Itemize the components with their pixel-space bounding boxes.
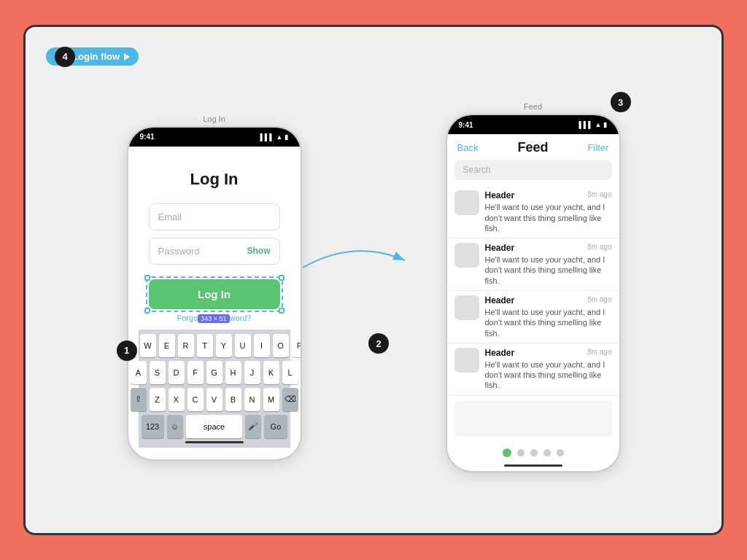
login-phone: 9:41 ▌▌▌ ▲ ▮ Log In Email Password Sho (127, 126, 302, 461)
feed-status-icons: ▌▌▌ ▲ ▮ (578, 121, 607, 128)
key-h[interactable]: H (225, 361, 241, 384)
feed-pagination-dots (447, 441, 619, 462)
feed-filter-button[interactable]: Filter (588, 142, 609, 153)
feed-dot-2[interactable] (517, 449, 525, 456)
key-k[interactable]: K (263, 361, 279, 384)
feed-item-name-4: Header (485, 348, 515, 358)
email-field[interactable]: Email (149, 203, 280, 230)
feed-item-text-2: He'll want to use your yacht, and I don'… (485, 254, 612, 286)
key-n[interactable]: N (244, 388, 260, 411)
feed-phone: 9:41 ▌▌▌ ▲ ▮ Back Feed Filter Search (446, 114, 621, 472)
forgot-prefix: Forgo (177, 314, 198, 322)
feed-phone-content: Back Feed Filter Search Header 8m ago He… (447, 134, 619, 467)
feed-item-header-4: Header 8m ago (485, 348, 612, 358)
connection-arrow (288, 231, 419, 289)
key-b[interactable]: B (225, 388, 241, 411)
handle-br[interactable] (279, 308, 285, 314)
key-l[interactable]: L (282, 361, 298, 384)
key-v[interactable]: V (206, 388, 222, 411)
key-e[interactable]: E (159, 334, 175, 357)
forgot-password-text[interactable]: Forgo343 × 51word? (149, 314, 280, 322)
key-x[interactable]: X (169, 388, 185, 411)
login-button[interactable]: Log In (149, 279, 280, 309)
badge-4: 4 (55, 47, 75, 67)
feed-item-text-3: He'll want to use your yacht, and I don'… (485, 307, 612, 338)
password-placeholder: Password (158, 246, 200, 257)
login-phone-container: Log In 9:41 ▌▌▌ ▲ ▮ Log In Email (127, 114, 302, 461)
key-o[interactable]: O (273, 334, 289, 357)
feed-item-4: Header 8m ago He'll want to use your yac… (447, 343, 619, 396)
feed-battery-icon: ▮ (603, 121, 607, 128)
key-t[interactable]: T (197, 334, 213, 357)
feed-dot-1[interactable] (503, 448, 511, 457)
feed-item-content-2: Header 8m ago He'll want to use your yac… (485, 243, 612, 286)
feed-status-time: 9:41 (459, 121, 473, 129)
feed-dot-3[interactable] (530, 449, 538, 456)
key-d[interactable]: D (169, 361, 185, 384)
login-flow-badge[interactable]: 4 Login flow (46, 47, 139, 66)
key-w[interactable]: W (140, 334, 156, 357)
feed-item-header-1: Header 8m ago (485, 190, 612, 201)
feed-item-time-4: 8m ago (587, 348, 611, 358)
key-shift[interactable]: ⇧ (131, 388, 147, 411)
feed-avatar-3 (454, 295, 479, 320)
feed-item-name-3: Header (485, 295, 515, 306)
feed-item-content-3: Header 8m ago He'll want to use your yac… (485, 295, 612, 338)
feed-empty-box (454, 400, 612, 437)
key-u[interactable]: U (235, 334, 251, 357)
password-field[interactable]: Password Show (149, 238, 280, 265)
feed-dot-4[interactable] (543, 449, 551, 456)
feed-item-1: Header 8m ago He'll want to use your yac… (447, 186, 619, 238)
feed-item-2: Header 8m ago He'll want to use your yac… (447, 238, 619, 291)
feed-item-3: Header 8m ago He'll want to use your yac… (447, 291, 619, 343)
handle-tl[interactable] (144, 275, 150, 281)
login-phone-content: Log In Email Password Show (128, 147, 301, 459)
keyboard-row-2: A S D F G H J K L (142, 361, 287, 384)
key-r[interactable]: R (178, 334, 194, 357)
feed-signal-icon: ▌▌▌ (578, 121, 592, 128)
login-notch (178, 132, 236, 142)
key-g[interactable]: G (206, 361, 222, 384)
key-f[interactable]: F (187, 361, 204, 384)
key-y[interactable]: Y (216, 334, 232, 357)
email-placeholder: Email (158, 211, 182, 222)
feed-back-button[interactable]: Back (457, 142, 479, 153)
feed-wifi-icon: ▲ (595, 121, 602, 128)
login-status-time: 9:41 (140, 133, 155, 141)
feed-status-bar: 9:41 ▌▌▌ ▲ ▮ (447, 115, 619, 134)
feed-item-time-1: 8m ago (587, 190, 611, 201)
key-go[interactable]: Go (264, 415, 287, 438)
key-z[interactable]: Z (150, 388, 166, 411)
badge-2: 2 (368, 333, 389, 354)
feed-dot-5[interactable] (557, 449, 564, 456)
badge-1: 1 (117, 341, 137, 361)
feed-item-header-3: Header 8m ago (485, 295, 612, 306)
feed-search-input[interactable]: Search (454, 160, 612, 180)
key-backspace[interactable]: ⌫ (282, 388, 298, 411)
keyboard-row-3: ⇧ Z X C V B N M ⌫ (142, 388, 287, 411)
key-a[interactable]: A (131, 361, 147, 384)
feed-phone-label: Feed (524, 102, 542, 111)
key-emoji[interactable]: ☺ (167, 415, 183, 438)
forgot-suffix: word? (230, 314, 252, 322)
feed-nav: Back Feed Filter (447, 134, 619, 160)
keyboard-row-1: Q W E R T Y U I O P (142, 334, 287, 357)
feed-home-bar (504, 464, 562, 467)
feed-item-header-2: Header 8m ago (485, 243, 612, 253)
key-mic[interactable]: 🎤 (245, 415, 261, 438)
key-space[interactable]: space (186, 415, 243, 438)
key-c[interactable]: C (187, 388, 204, 411)
key-m[interactable]: M (263, 388, 279, 411)
handle-tr[interactable] (279, 275, 285, 281)
key-j[interactable]: J (244, 361, 260, 384)
feed-avatar-1 (454, 190, 479, 215)
feed-item-text-4: He'll want to use your yacht, and I don'… (485, 359, 612, 391)
key-p[interactable]: P (292, 334, 302, 357)
key-123[interactable]: 123 (142, 415, 164, 438)
key-s[interactable]: S (150, 361, 166, 384)
show-password-button[interactable]: Show (247, 246, 271, 256)
handle-bl[interactable] (144, 308, 150, 314)
feed-item-text-1: He'll want to use your yacht, and I don'… (485, 202, 612, 233)
login-status-bar: 9:41 ▌▌▌ ▲ ▮ (128, 128, 301, 147)
key-i[interactable]: I (254, 334, 270, 357)
